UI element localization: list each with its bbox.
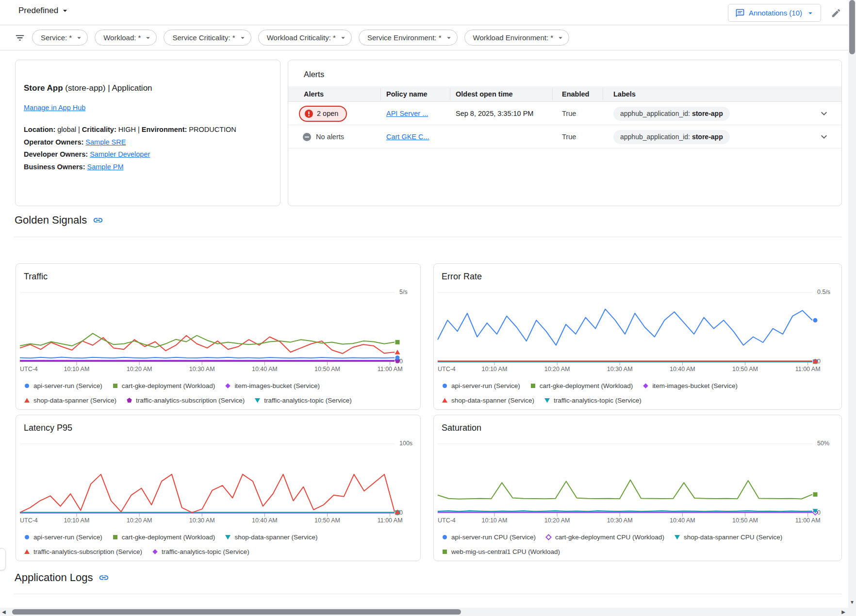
chart-legend: api-server-run (Service)cart-gke-deploym… [24,530,317,559]
location-value: global | [55,126,82,133]
link-icon[interactable] [93,215,103,226]
legend-item[interactable]: shop-data-spanner CPU (Service) [674,534,782,541]
legend-row: api-server-run CPU (Service)cart-gke-dep… [442,530,782,544]
filter-chip-service-criticality[interactable]: Service Criticality: * [164,30,251,46]
policy-link[interactable]: API Server ... [386,110,428,117]
chart-canvas[interactable] [438,438,826,521]
label-key: apphub_application_id: [620,110,690,117]
operator-owner-link[interactable]: Sample SRE [85,138,126,146]
annotations-button[interactable]: Annotations (10) [728,4,821,22]
side-panel-handle[interactable] [0,548,6,570]
triangle-down-marker-icon [225,534,231,540]
x-axis-tick-label: 10:20 AM [127,517,152,524]
column-separator [603,88,603,100]
developer-owners-line: Developer Owners: Sampler Developer [24,148,236,161]
x-axis-tick-label: 10:10 AM [482,366,508,373]
y-axis-max-label: 0.5/s [817,289,846,295]
legend-series-name: api-server-run CPU (Service) [451,534,536,541]
legend-item[interactable]: cart-gke-deployment (Workload) [112,534,215,541]
scroll-right-arrow-icon[interactable]: ▶ [841,609,845,615]
x-axis-tick-label: 10:40 AM [252,517,278,524]
chart-canvas[interactable] [20,438,408,521]
view-selector-label: Predefined [18,6,58,16]
vertical-scrollbar-thumb[interactable] [849,0,855,54]
series-end-marker [25,384,29,388]
series-end-marker [443,550,447,554]
horizontal-scrollbar-thumb[interactable] [12,609,461,615]
legend-item[interactable]: cart-gke-deployment CPU (Workload) [545,534,664,541]
application-name-suffix: (store-app) | Application [63,83,152,93]
horizontal-scrollbar[interactable]: ◀ ▶ [0,608,848,616]
legend-item[interactable]: traffic-analytics-topic (Service) [254,397,352,404]
series-end-marker [24,398,30,403]
expand-row-button[interactable] [818,131,830,144]
x-axis-tick-label: 10:10 AM [482,517,508,524]
legend-series-name: traffic-analytics-topic (Service) [554,397,642,404]
chart-title: Latency P95 [24,423,72,433]
legend-series-name: item-images-bucket (Service) [234,382,320,389]
legend-item[interactable]: api-server-run (Service) [442,382,520,389]
section-divider [14,594,842,594]
filter-chip-service[interactable]: Service: * [32,30,88,46]
chart-canvas[interactable] [20,286,408,370]
developer-owner-link[interactable]: Sampler Developer [90,150,150,158]
x-axis-tick-label: 11:00 AM [795,517,821,524]
circle-marker-icon [24,534,30,540]
vertical-scrollbar[interactable]: ▼ [848,0,856,608]
series-end-marker [544,398,550,403]
series-end-marker [24,549,30,554]
scroll-down-arrow-icon[interactable]: ▼ [850,600,855,605]
filter-chip-workload[interactable]: Workload: * [95,30,157,46]
legend-series-name: traffic-analytics-subscription (Service) [33,548,142,555]
legend-row: shop-data-spanner (Service)traffic-analy… [24,393,352,407]
filter-chip-workload-criticality[interactable]: Workload Criticality: * [258,30,352,46]
legend-item[interactable]: shop-data-spanner (Service) [24,397,116,404]
legend-item[interactable]: traffic-analytics-subscription (Service) [126,397,245,404]
triangle-down-marker-icon [544,397,550,404]
filter-chip-workload-environment[interactable]: Workload Environment: * [464,30,570,46]
legend-item[interactable]: shop-data-spanner (Service) [225,534,317,541]
series-end-marker [443,384,447,388]
legend-series-name: cart-gke-deployment (Workload) [540,382,633,389]
x-axis-labels: UTC-410:10 AM10:20 AM10:30 AM10:40 AM10:… [438,517,826,525]
chart-canvas[interactable] [438,286,826,370]
legend-item[interactable]: item-images-bucket (Service) [225,382,320,389]
series-end-marker [225,535,230,540]
alert-row-open: 2 open API Server ... Sep 8, 2025, 3:35:… [288,102,841,125]
y-axis-zero-label: 0 [399,358,428,365]
chip-caret-icon [339,33,347,42]
legend-item[interactable]: api-server-run (Service) [24,534,102,541]
series-end-marker [113,384,117,388]
label-chip: apphub_application_id: store-app [613,107,730,121]
business-owner-link[interactable]: Sample PM [87,163,124,171]
legend-item[interactable]: api-server-run CPU (Service) [442,534,536,541]
link-icon[interactable] [99,572,109,583]
diamond-marker-icon [545,534,552,540]
series-end-marker [643,383,648,388]
x-axis-tick-label: 11:00 AM [378,517,403,524]
filter-button[interactable] [15,32,25,43]
pencil-icon [831,8,841,18]
legend-series-name: traffic-analytics-topic (Service) [264,397,352,404]
legend-item[interactable]: web-mig-us-central1 CPU (Workload) [442,548,560,555]
legend-item[interactable]: traffic-analytics-subscription (Service) [24,548,142,555]
filter-chip-service-environment[interactable]: Service Environment: * [359,30,458,46]
legend-item[interactable]: traffic-analytics-topic (Service) [544,397,642,404]
policy-link[interactable]: Cart GKE C... [386,133,429,141]
environment-label: Environment: [142,126,187,133]
expand-row-button[interactable] [818,108,830,121]
criticality-label: Criticality: [82,126,116,133]
latency-p95-chart-panel: Latency P95 100s 0 UTC-410:10 AM10:20 AM… [16,415,421,561]
legend-item[interactable]: api-server-run (Service) [24,382,102,389]
chart-legend: api-server-run (Service)cart-gke-deploym… [442,378,738,407]
legend-item[interactable]: traffic-analytics-topic (Service) [152,548,249,555]
legend-series-name: traffic-analytics-subscription (Service) [136,397,245,404]
predefined-view-dropdown[interactable]: Predefined [18,6,70,16]
legend-item[interactable]: item-images-bucket (Service) [642,382,738,389]
edit-dashboard-button[interactable] [831,8,841,18]
legend-item[interactable]: cart-gke-deployment (Workload) [530,382,633,389]
scroll-left-arrow-icon[interactable]: ◀ [2,609,6,615]
manage-in-app-hub-link[interactable]: Manage in App Hub [24,104,85,112]
legend-item[interactable]: cart-gke-deployment (Workload) [112,382,215,389]
legend-item[interactable]: shop-data-spanner (Service) [442,397,534,404]
